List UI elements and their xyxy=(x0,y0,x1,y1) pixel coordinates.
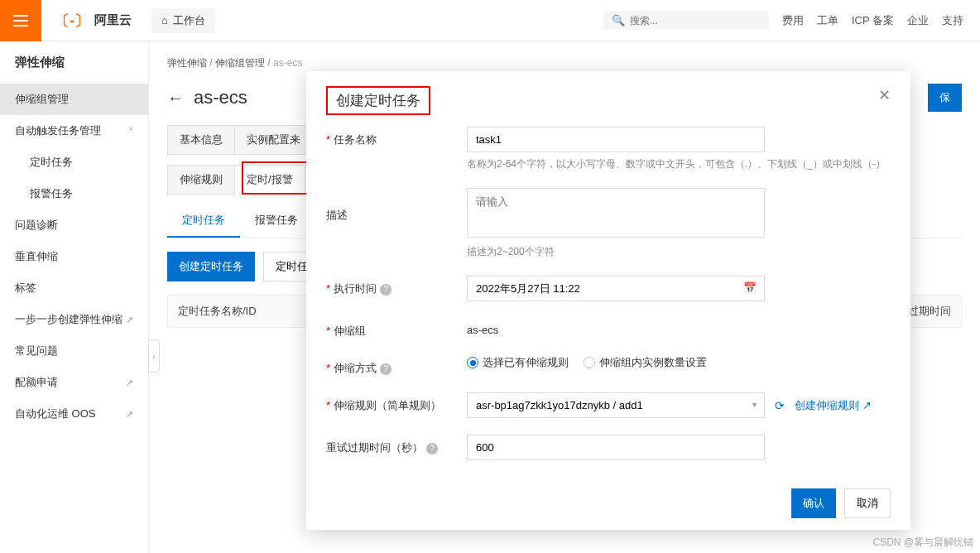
create-scheduled-task-button[interactable]: 创建定时任务 xyxy=(167,252,255,281)
label-task-name: *任务名称 xyxy=(326,127,467,147)
logo[interactable]: 〔-〕 阿里云 xyxy=(41,11,145,31)
top-link-enterprise[interactable]: 企业 xyxy=(907,13,929,28)
refresh-icon[interactable]: ⟳ xyxy=(775,399,785,412)
tab-scaling-rule[interactable]: 伸缩规则 xyxy=(167,165,235,195)
sidebar-item-diagnosis[interactable]: 问题诊断 xyxy=(0,209,148,241)
help-icon[interactable]: ? xyxy=(380,284,392,296)
crumb-current: as-ecs xyxy=(273,57,302,69)
back-arrow-icon[interactable]: ← xyxy=(167,89,184,108)
calendar-icon[interactable]: 📅 xyxy=(743,281,757,294)
create-task-modal: 创建定时任务 ✕ *任务名称 名称为2-64个字符，以大小写字母、数字或中文开头… xyxy=(306,71,910,530)
brand-text: 阿里云 xyxy=(94,12,132,28)
save-button[interactable]: 保 xyxy=(928,84,962,112)
radio-existing-rule[interactable]: 选择已有伸缩规则 xyxy=(467,355,569,370)
exec-time-input[interactable] xyxy=(467,276,765,301)
help-icon[interactable]: ? xyxy=(380,363,392,375)
create-rule-link[interactable]: 创建伸缩规则↗ xyxy=(795,398,872,413)
tab-instance-config[interactable]: 实例配置来 xyxy=(235,125,313,155)
retry-input[interactable] xyxy=(467,435,765,460)
topbar: 〔-〕 阿里云 ⌂ 工作台 🔍 费用 工单 ICP 备案 企业 支持 xyxy=(0,0,980,41)
top-link-icp[interactable]: ICP 备案 xyxy=(852,13,894,28)
top-link-support[interactable]: 支持 xyxy=(942,13,963,28)
search-icon: 🔍 xyxy=(612,14,625,26)
label-rule: *伸缩规则（简单规则） xyxy=(326,392,467,413)
workbench-link[interactable]: ⌂ 工作台 xyxy=(151,8,215,33)
label-method: *伸缩方式? xyxy=(326,355,467,376)
chevron-up-icon: ˄ xyxy=(129,127,133,136)
sidebar-item-alarm[interactable]: 报警任务 xyxy=(0,178,148,209)
search-input[interactable] xyxy=(630,15,761,26)
label-group: *伸缩组 xyxy=(326,318,467,339)
modal-title: 创建定时任务 xyxy=(336,93,420,108)
close-icon[interactable]: ✕ xyxy=(878,86,891,104)
cancel-button[interactable]: 取消 xyxy=(844,488,891,518)
label-exec-time: *执行时间? xyxy=(326,276,467,296)
task-name-input[interactable] xyxy=(467,127,765,152)
subtab-alarm[interactable]: 报警任务 xyxy=(240,204,313,238)
modal-title-highlight: 创建定时任务 xyxy=(326,86,430,115)
sidebar-item-scaling-group[interactable]: 伸缩组管理 xyxy=(0,84,148,115)
top-links: 费用 工单 ICP 备案 企业 支持 xyxy=(782,13,980,28)
page-title: as-ecs xyxy=(194,87,247,108)
sidebar: 弹性伸缩 伸缩组管理 自动触发任务管理˄ 定时任务 报警任务 问题诊断 垂直伸缩… xyxy=(0,41,149,553)
sidebar-item-stepbystep[interactable]: 一步一步创建弹性伸缩↗ xyxy=(0,304,148,335)
crumb-group[interactable]: 伸缩组管理 xyxy=(215,57,265,69)
search-box[interactable]: 🔍 xyxy=(603,11,769,30)
sidebar-collapse-handle[interactable]: ‹ xyxy=(148,339,160,373)
confirm-button[interactable]: 确认 xyxy=(791,488,836,518)
sidebar-item-tags[interactable]: 标签 xyxy=(0,272,148,304)
rule-select[interactable] xyxy=(467,392,765,418)
radio-instance-count[interactable]: 伸缩组内实例数量设置 xyxy=(584,355,707,370)
sidebar-item-vertical[interactable]: 垂直伸缩 xyxy=(0,241,148,272)
hamburger-icon xyxy=(13,15,28,26)
external-link-icon: ↗ xyxy=(862,399,872,411)
external-link-icon: ↗ xyxy=(126,315,133,325)
sidebar-item-scheduled[interactable]: 定时任务 xyxy=(0,147,148,178)
watermark: CSDN @雾与晨解忧铺 xyxy=(872,536,973,550)
breadcrumb: 弹性伸缩 / 伸缩组管理 / as-ecs xyxy=(167,56,962,70)
desc-textarea[interactable] xyxy=(467,188,765,238)
label-desc: 描述 xyxy=(326,188,467,223)
desc-hint: 描述为2~200个字符 xyxy=(467,245,891,259)
menu-toggle[interactable] xyxy=(0,0,41,41)
external-link-icon: ↗ xyxy=(126,409,133,420)
sidebar-title: 弹性伸缩 xyxy=(0,41,148,84)
sidebar-item-faq[interactable]: 常见问题 xyxy=(0,335,148,367)
help-icon[interactable]: ? xyxy=(426,443,438,454)
chevron-down-icon: ▾ xyxy=(752,400,757,409)
task-name-hint: 名称为2-64个字符，以大小写字母、数字或中文开头，可包含（.）、下划线（_）或… xyxy=(467,157,891,171)
group-value: as-ecs xyxy=(467,318,891,336)
sidebar-item-quota[interactable]: 配额申请↗ xyxy=(0,367,148,398)
subtab-scheduled[interactable]: 定时任务 xyxy=(167,204,240,238)
home-icon: ⌂ xyxy=(161,14,168,26)
tab-scheduled-alarm[interactable]: 定时/报警 xyxy=(235,165,305,195)
crumb-root[interactable]: 弹性伸缩 xyxy=(167,57,207,69)
top-link-fee[interactable]: 费用 xyxy=(782,13,804,28)
sidebar-item-oos[interactable]: 自动化运维 OOS↗ xyxy=(0,398,148,430)
label-retry: 重试过期时间（秒）? xyxy=(326,435,467,455)
external-link-icon: ↗ xyxy=(126,377,133,388)
sidebar-item-auto-trigger[interactable]: 自动触发任务管理˄ xyxy=(0,115,148,147)
tab-basic-info[interactable]: 基本信息 xyxy=(167,125,235,155)
logo-icon: 〔-〕 xyxy=(55,11,89,31)
top-link-ticket[interactable]: 工单 xyxy=(817,13,838,28)
